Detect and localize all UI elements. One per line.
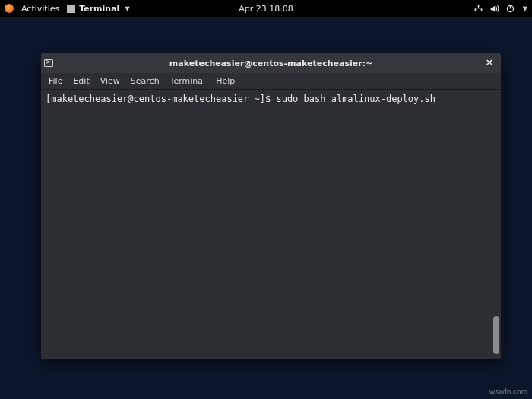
svg-rect-2 [481, 8, 483, 11]
svg-rect-1 [474, 8, 476, 11]
menu-terminal[interactable]: Terminal [170, 76, 206, 86]
svg-rect-4 [510, 5, 511, 8]
terminal-menubar: File Edit View Search Terminal Help [41, 73, 501, 90]
menu-help[interactable]: Help [216, 76, 235, 86]
menu-search[interactable]: Search [131, 76, 160, 86]
shell-prompt: [maketecheasier@centos-maketecheasier ~]… [46, 93, 276, 104]
terminal-viewport[interactable]: [maketecheasier@centos-maketecheasier ~]… [41, 90, 501, 359]
network-icon[interactable] [473, 4, 483, 14]
menu-edit[interactable]: Edit [73, 76, 89, 86]
window-titlebar[interactable]: maketecheasier@centos-maketecheasier:~ × [41, 53, 501, 73]
top-bar-left: Activities Terminal ▼ [5, 4, 130, 14]
window-title: maketecheasier@centos-maketecheasier:~ [169, 59, 372, 68]
terminal-line: [maketecheasier@centos-maketecheasier ~]… [46, 93, 496, 105]
terminal-scrollbar-thumb[interactable] [493, 316, 499, 354]
menu-view[interactable]: View [100, 76, 120, 86]
distro-logo-icon[interactable] [5, 4, 14, 13]
active-app-label: Terminal [79, 4, 119, 14]
shell-command: sudo bash almalinux-deploy.sh [276, 93, 435, 104]
watermark-text: wsxdn.com [489, 388, 527, 396]
gnome-top-bar: Activities Terminal ▼ Apr 23 18:08 ▼ [0, 0, 532, 17]
window-app-icon [41, 59, 56, 67]
volume-icon[interactable] [489, 4, 499, 14]
status-area[interactable]: ▼ [473, 4, 527, 14]
chevron-down-icon: ▼ [123, 5, 129, 12]
chevron-down-icon: ▼ [521, 5, 527, 12]
terminal-app-icon [67, 5, 75, 13]
power-icon[interactable] [505, 4, 515, 14]
svg-rect-0 [478, 4, 480, 6]
window-close-button[interactable]: × [483, 55, 496, 69]
active-app-indicator[interactable]: Terminal ▼ [67, 4, 129, 14]
terminal-window: maketecheasier@centos-maketecheasier:~ ×… [41, 53, 501, 359]
activities-button[interactable]: Activities [21, 4, 59, 14]
clock[interactable]: Apr 23 18:08 [239, 4, 293, 14]
menu-file[interactable]: File [49, 76, 62, 86]
